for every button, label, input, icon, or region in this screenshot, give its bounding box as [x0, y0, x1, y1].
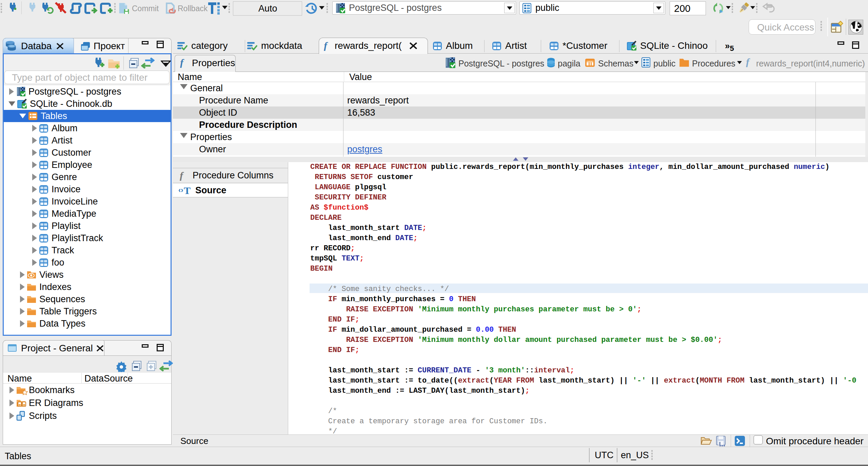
svg-text:f: f	[746, 57, 750, 67]
svg-text:‹›: ‹›	[178, 186, 183, 194]
svg-text:T: T	[184, 185, 191, 195]
svg-text:f: f	[180, 171, 184, 181]
